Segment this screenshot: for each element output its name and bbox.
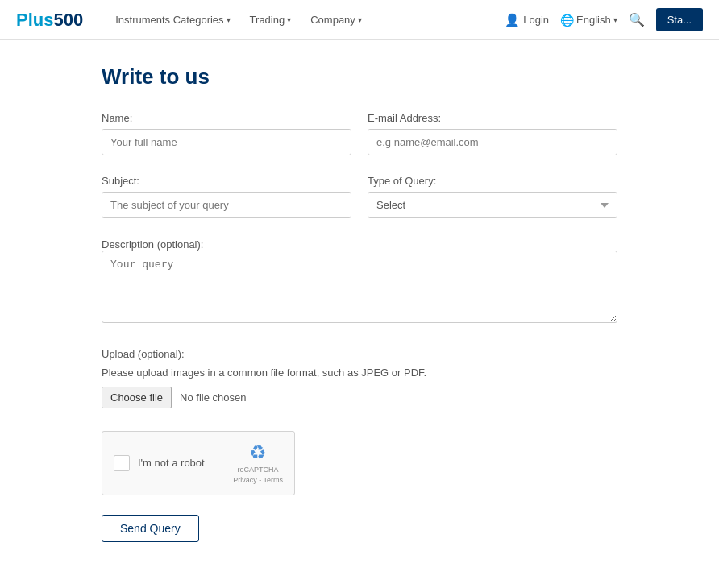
subject-label: Subject: xyxy=(102,175,351,187)
no-file-text: No file chosen xyxy=(180,391,246,404)
start-button[interactable]: Sta... xyxy=(656,8,703,31)
type-select[interactable]: Select General Technical Billing xyxy=(368,192,617,218)
type-group: Type of Query: Select General Technical … xyxy=(368,175,617,218)
person-icon: 👤 xyxy=(505,13,520,27)
page-title: Write to us xyxy=(102,64,617,89)
nav-company-label: Company xyxy=(310,14,355,26)
language-label: English xyxy=(576,14,611,26)
nav-company[interactable]: Company ▾ xyxy=(310,14,362,26)
nav-instruments-label: Instruments Categories xyxy=(115,14,223,26)
form-row-name-email: Name: E-mail Address: xyxy=(102,112,617,155)
upload-label: Upload (optional): xyxy=(102,348,617,360)
nav-links: Instruments Categories ▾ Trading ▾ Compa… xyxy=(115,14,505,26)
recaptcha-brand-text: reCAPTCHA xyxy=(238,466,279,474)
recaptcha-box[interactable]: I'm not a robot ♻ reCAPTCHA Privacy - Te… xyxy=(102,431,295,495)
navbar-right: 👤 Login 🌐 English ▾ 🔍 Sta... xyxy=(505,8,703,31)
search-icon[interactable]: 🔍 xyxy=(629,12,645,27)
email-input[interactable] xyxy=(368,129,617,155)
chevron-down-icon: ▾ xyxy=(287,15,291,24)
recaptcha-sub-text: Privacy - Terms xyxy=(233,476,283,485)
login-button[interactable]: 👤 Login xyxy=(505,13,549,27)
name-group: Name: xyxy=(102,112,351,155)
navbar: Plus500 Instruments Categories ▾ Trading… xyxy=(0,0,719,40)
globe-icon: 🌐 xyxy=(560,14,574,27)
main-content: Write to us Name: E-mail Address: Subjec… xyxy=(85,40,634,588)
email-label: E-mail Address: xyxy=(368,112,617,124)
language-selector[interactable]: 🌐 English ▾ xyxy=(560,14,617,27)
chevron-down-icon: ▾ xyxy=(613,15,617,24)
recaptcha-logo: ♻ reCAPTCHA Privacy - Terms xyxy=(233,441,283,485)
form-row-subject-type: Subject: Type of Query: Select General T… xyxy=(102,175,617,218)
chevron-down-icon: ▾ xyxy=(358,15,362,24)
upload-row: Choose file No file chosen xyxy=(102,387,617,408)
description-label: Description (optional): xyxy=(102,238,203,251)
subject-input[interactable] xyxy=(102,192,351,218)
recaptcha-left: I'm not a robot xyxy=(114,455,205,471)
contact-form: Name: E-mail Address: Subject: Type of Q… xyxy=(102,112,617,542)
email-group: E-mail Address: xyxy=(368,112,617,155)
nav-trading[interactable]: Trading ▾ xyxy=(250,14,292,26)
description-textarea[interactable] xyxy=(102,251,617,323)
upload-hint: Please upload images in a common file fo… xyxy=(102,366,617,379)
subject-group: Subject: xyxy=(102,175,351,218)
logo[interactable]: Plus500 xyxy=(16,10,83,31)
name-input[interactable] xyxy=(102,129,351,155)
name-label: Name: xyxy=(102,112,351,124)
recaptcha-swirl-icon: ♻ xyxy=(249,441,267,464)
logo-500-text: 500 xyxy=(53,10,83,31)
choose-file-button[interactable]: Choose file xyxy=(102,387,172,408)
nav-instruments[interactable]: Instruments Categories ▾ xyxy=(115,14,230,26)
send-query-button[interactable]: Send Query xyxy=(102,515,199,542)
nav-trading-label: Trading xyxy=(250,14,285,26)
description-group: Description (optional): xyxy=(102,238,617,325)
type-label: Type of Query: xyxy=(368,175,617,187)
recaptcha-checkbox[interactable] xyxy=(114,455,130,471)
upload-section: Upload (optional): Please upload images … xyxy=(102,348,617,408)
logo-plus-text: Plus xyxy=(16,10,53,31)
login-label: Login xyxy=(523,14,549,26)
chevron-down-icon: ▾ xyxy=(227,15,231,24)
recaptcha-label: I'm not a robot xyxy=(138,457,205,469)
